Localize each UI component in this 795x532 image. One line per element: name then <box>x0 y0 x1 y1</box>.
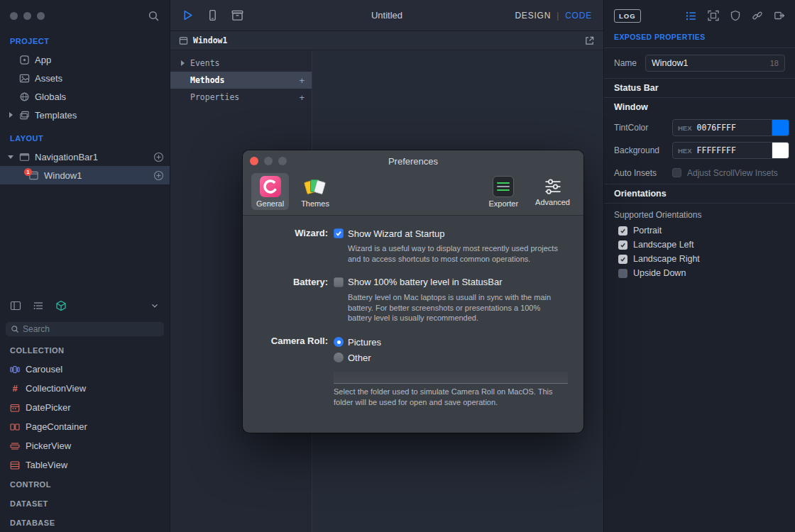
window-close-button[interactable] <box>10 12 18 20</box>
code-panel-title: Window1 <box>193 35 227 45</box>
tab-code[interactable]: CODE <box>565 11 592 21</box>
landscape-left-checkbox[interactable] <box>618 240 627 250</box>
layout-section-label: LAYOUT <box>0 128 170 148</box>
orientation-landscape-right-row: Landscape Right <box>604 252 795 266</box>
cube-icon[interactable] <box>55 300 67 311</box>
layout-item-window1[interactable]: 1 Window1 <box>0 166 170 184</box>
tree-item-methods[interactable]: Methods + <box>170 72 312 89</box>
battery-checkbox[interactable] <box>334 277 344 287</box>
disclosure-right-icon[interactable] <box>7 112 14 118</box>
add-widget-button[interactable] <box>153 170 164 181</box>
background-row: Background HEX FFFFFFFF <box>604 139 795 162</box>
inspector-tabs <box>685 10 785 22</box>
window-minimize-button[interactable] <box>23 12 31 20</box>
widget-item-collectionview[interactable]: # CollectionView <box>0 379 170 398</box>
wizard-checkbox[interactable] <box>334 228 344 238</box>
link-icon[interactable] <box>752 10 763 21</box>
tintcolor-row: TintColor HEX 0076FFFF <box>604 116 795 139</box>
tintcolor-swatch[interactable] <box>772 119 789 136</box>
section-status-bar[interactable]: Status Bar <box>604 79 795 97</box>
run-play-button[interactable] <box>182 9 194 21</box>
camera-pictures-option[interactable]: Pictures <box>334 334 569 350</box>
sidebar-item-templates[interactable]: Templates <box>0 106 170 124</box>
sidebar-item-assets[interactable]: Assets <box>0 69 170 87</box>
layout-item-navigationbar[interactable]: NavigationBar1 <box>0 148 170 166</box>
widget-item-pagecontainer[interactable]: PageContainer <box>0 417 170 436</box>
sidebar-item-app[interactable]: App <box>0 50 170 69</box>
properties-list-icon[interactable] <box>685 10 697 22</box>
add-property-button[interactable]: + <box>299 92 305 103</box>
name-input[interactable] <box>652 58 766 68</box>
tree-list-icon[interactable] <box>33 300 44 311</box>
tintcolor-value[interactable]: 0076FFFF <box>697 123 736 133</box>
columns-panel-icon[interactable] <box>10 300 21 311</box>
tab-general[interactable]: General <box>251 173 289 210</box>
landscape-right-checkbox[interactable] <box>618 255 627 264</box>
battery-description: Battery level on Mac laptops is usuall i… <box>348 292 562 324</box>
battery-checkbox-row[interactable]: Show 100% battery level in StatusBar <box>334 275 569 289</box>
database-group-label[interactable]: DATABASE <box>0 513 170 532</box>
camera-other-option[interactable]: Other <box>334 350 569 365</box>
dataset-group-label[interactable]: DATASET <box>0 494 170 513</box>
widget-item-datepicker[interactable]: DatePicker <box>0 398 170 417</box>
device-phone-button[interactable] <box>207 9 219 21</box>
other-radio-label: Other <box>348 353 371 363</box>
wizard-checkbox-row[interactable]: Show Wizard at Startup <box>334 226 569 240</box>
add-method-button[interactable]: + <box>299 75 305 86</box>
tintcolor-hex-field[interactable]: HEX 0076FFFF <box>672 119 772 136</box>
widget-library-panel: COLLECTION Carousel # CollectionView Dat… <box>0 295 170 532</box>
widget-item-tableview[interactable]: TableView <box>0 455 170 475</box>
section-orientations[interactable]: Orientations <box>604 184 795 203</box>
tab-label: Exporter <box>488 199 518 208</box>
name-field[interactable]: 18 <box>645 55 785 72</box>
camera-folder-field[interactable] <box>334 372 568 384</box>
background-swatch[interactable] <box>772 142 789 159</box>
tree-item-properties[interactable]: Properties + <box>170 89 312 106</box>
tab-design[interactable]: DESIGN <box>515 11 551 21</box>
archive-build-button[interactable] <box>231 9 243 21</box>
wizard-label: Wizard: <box>243 226 334 265</box>
mode-separator: | <box>556 11 559 21</box>
section-window[interactable]: Window <box>604 98 795 116</box>
dialog-close-button[interactable] <box>250 157 258 165</box>
widget-search-input[interactable] <box>23 324 159 334</box>
disclosure-right-icon[interactable] <box>179 60 186 66</box>
tab-label: Themes <box>301 199 329 208</box>
window-titlebar <box>0 0 170 31</box>
carousel-icon <box>10 365 20 375</box>
widget-item-label: CollectionView <box>26 383 86 394</box>
auto-insets-checkbox[interactable] <box>672 168 681 177</box>
chevron-down-icon[interactable] <box>150 301 160 311</box>
frame-icon[interactable] <box>708 10 719 21</box>
widget-search[interactable] <box>6 322 164 336</box>
portrait-checkbox[interactable] <box>618 226 627 235</box>
tab-themes[interactable]: Themes <box>296 173 334 210</box>
orientation-label: Portrait <box>633 226 662 235</box>
add-widget-button[interactable] <box>153 152 164 162</box>
export-icon[interactable] <box>774 10 785 21</box>
background-value[interactable]: FFFFFFFF <box>697 145 736 155</box>
main-toolbar: Untitled DESIGN | CODE <box>170 0 603 31</box>
dialog-titlebar[interactable]: Preferences <box>243 150 583 172</box>
wizard-checkbox-label: Show Wizard at Startup <box>348 228 445 239</box>
search-icon[interactable] <box>148 10 160 22</box>
tree-item-events[interactable]: Events <box>170 55 312 72</box>
log-button[interactable]: LOG <box>614 9 641 23</box>
window-zoom-button[interactable] <box>37 12 45 20</box>
upside-down-checkbox[interactable] <box>618 269 627 278</box>
tab-exporter[interactable]: Exporter <box>483 173 523 210</box>
theme-shield-icon[interactable] <box>730 10 741 21</box>
widget-item-carousel[interactable]: Carousel <box>0 360 170 379</box>
other-radio[interactable] <box>334 353 344 362</box>
tab-advanced[interactable]: Advanced <box>530 173 575 209</box>
disclosure-down-icon[interactable] <box>7 155 14 159</box>
layout-item-label: Window1 <box>44 170 82 181</box>
pictures-radio[interactable] <box>334 337 344 347</box>
orientation-label: Landscape Right <box>633 254 700 264</box>
sidebar-item-globals[interactable]: Globals <box>0 87 170 106</box>
exporter-icon <box>493 176 514 197</box>
external-link-icon[interactable] <box>584 35 595 46</box>
control-group-label[interactable]: CONTROL <box>0 475 170 494</box>
widget-item-pickerview[interactable]: PickerView <box>0 436 170 455</box>
background-hex-field[interactable]: HEX FFFFFFFF <box>672 142 772 159</box>
